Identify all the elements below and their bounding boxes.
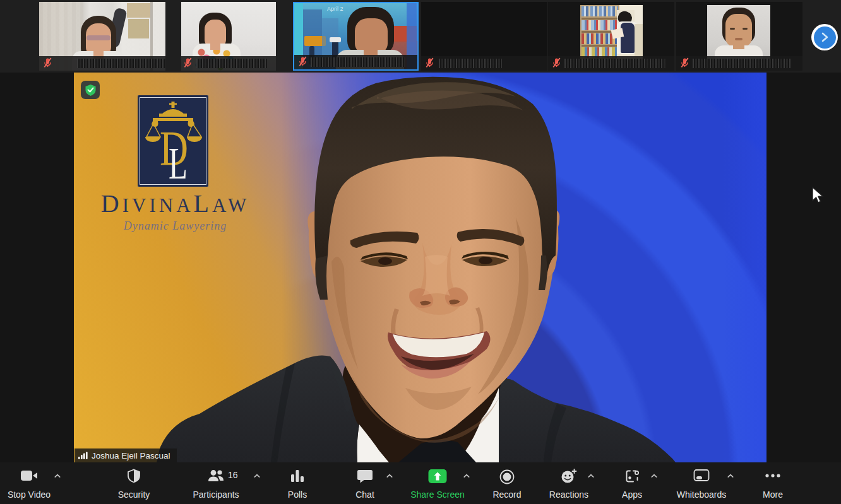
svg-text:L: L — [169, 138, 188, 187]
